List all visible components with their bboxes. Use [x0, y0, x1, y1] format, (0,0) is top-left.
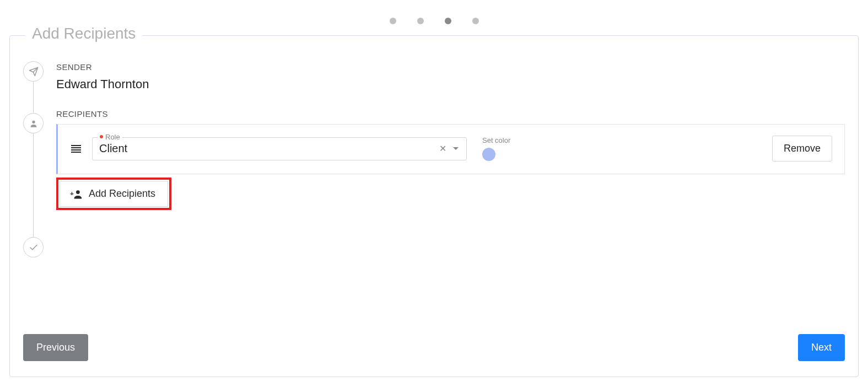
step-dot-3[interactable] [445, 18, 451, 24]
required-dot-icon [100, 135, 103, 138]
chevron-down-icon[interactable] [453, 147, 459, 150]
person-add-icon: + [70, 189, 82, 199]
role-field-label: Role [98, 133, 122, 141]
recipients-section: RECIPIENTS Role ✕ [56, 108, 845, 210]
step-dot-4[interactable] [472, 18, 479, 24]
recipient-card: Role ✕ Set color Remove [56, 124, 845, 174]
role-field: Role ✕ [92, 137, 467, 160]
step-dot-2[interactable] [417, 18, 424, 24]
remove-button[interactable]: Remove [772, 136, 832, 162]
person-icon [23, 113, 44, 133]
previous-button[interactable]: Previous [23, 334, 88, 361]
recipients-label: RECIPIENTS [56, 109, 845, 119]
role-label-text: Role [105, 133, 120, 141]
timeline: SENDER Edward Thornton RECIPIENTS Role ✕ [23, 61, 845, 210]
color-swatch[interactable] [482, 148, 495, 161]
add-recipients-label: Add Recipients [89, 188, 155, 200]
svg-text:+: + [70, 189, 74, 197]
sender-name: Edward Thornton [56, 77, 845, 92]
panel-title: Add Recipients [25, 25, 142, 42]
send-icon [23, 61, 44, 82]
add-recipients-highlight: + Add Recipients [56, 178, 171, 210]
clear-icon[interactable]: ✕ [436, 141, 450, 156]
svg-point-2 [32, 120, 35, 123]
add-recipients-panel: Add Recipients SENDER Edward Thornton [9, 35, 859, 377]
footer-nav: Previous Next [23, 334, 845, 361]
role-input-box[interactable]: ✕ [92, 137, 467, 160]
timeline-connector [33, 78, 34, 243]
svg-point-4 [76, 190, 80, 194]
step-dot-1[interactable] [390, 18, 396, 24]
set-color-label: Set color [482, 136, 510, 144]
check-icon [23, 237, 44, 257]
set-color-field: Set color [482, 136, 510, 161]
add-recipients-button[interactable]: + Add Recipients [60, 181, 168, 207]
sender-label: SENDER [56, 62, 845, 72]
drag-handle-icon[interactable] [70, 143, 82, 155]
sender-section: SENDER Edward Thornton [56, 61, 845, 92]
role-input[interactable] [99, 142, 436, 155]
next-button[interactable]: Next [798, 334, 845, 361]
